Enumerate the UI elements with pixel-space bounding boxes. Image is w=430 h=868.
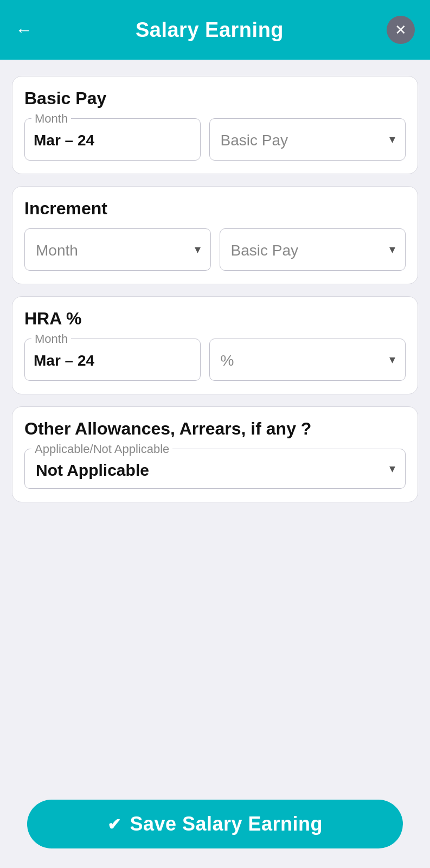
increment-month-arrow-icon: ▾ — [195, 242, 201, 257]
increment-month-dropdown[interactable]: Month ▾ — [24, 228, 211, 271]
basic-pay-dropdown-arrow-icon: ▾ — [389, 132, 395, 146]
hra-month-value: Mar – 24 — [34, 352, 94, 369]
other-allowances-title: Other Allowances, Arrears, if any ? — [24, 419, 406, 439]
increment-basic-pay-dropdown[interactable]: Basic Pay ▾ — [220, 228, 406, 271]
hra-percent-arrow-icon: ▾ — [389, 353, 395, 367]
basic-pay-dropdown-label: Basic Pay — [221, 132, 288, 149]
hra-month-field[interactable]: Month Mar – 24 — [24, 339, 201, 381]
basic-pay-title: Basic Pay — [24, 88, 406, 108]
increment-section: Increment Month ▾ Basic Pay ▾ — [12, 186, 418, 284]
close-icon: ✕ — [395, 22, 407, 39]
hra-section: HRA % Month Mar – 24 % ▾ — [12, 296, 418, 394]
close-button[interactable]: ✕ — [387, 16, 415, 44]
hra-inputs: Month Mar – 24 % ▾ — [24, 339, 406, 381]
hra-month-label: Month — [31, 332, 71, 346]
hra-percent-dropdown[interactable]: % ▾ — [209, 339, 406, 381]
basic-pay-month-field[interactable]: Month Mar – 24 — [24, 118, 201, 161]
hra-title: HRA % — [24, 309, 406, 329]
increment-basic-pay-label: Basic Pay — [231, 242, 299, 259]
basic-pay-inputs: Month Mar – 24 Basic Pay ▾ — [24, 118, 406, 161]
increment-title: Increment — [24, 199, 406, 219]
page-title: Salary Earning — [136, 18, 284, 42]
other-allowances-section: Other Allowances, Arrears, if any ? Appl… — [12, 406, 418, 502]
save-button-container: ✔ Save Salary Earning — [0, 789, 430, 868]
app-header: ← Salary Earning ✕ — [0, 0, 430, 60]
applicable-value: Not Applicable — [36, 461, 149, 479]
basic-pay-month-value: Mar – 24 — [34, 132, 94, 149]
increment-inputs: Month ▾ Basic Pay ▾ — [24, 228, 406, 271]
basic-pay-section: Basic Pay Month Mar – 24 Basic Pay ▾ — [12, 76, 418, 174]
hra-percent-label: % — [221, 352, 234, 369]
back-icon: ← — [15, 20, 33, 40]
back-button[interactable]: ← — [15, 20, 33, 40]
applicable-dropdown[interactable]: Applicable/Not Applicable Not Applicable… — [24, 449, 406, 489]
save-button-label: Save Salary Earning — [130, 813, 323, 835]
applicable-label: Applicable/Not Applicable — [31, 442, 172, 456]
main-content: Basic Pay Month Mar – 24 Basic Pay ▾ Inc… — [0, 60, 430, 868]
basic-pay-month-label: Month — [31, 112, 71, 126]
increment-month-label: Month — [36, 242, 78, 259]
applicable-arrow-icon: ▾ — [389, 462, 395, 476]
save-salary-earning-button[interactable]: ✔ Save Salary Earning — [27, 800, 403, 848]
basic-pay-dropdown[interactable]: Basic Pay ▾ — [209, 118, 406, 161]
increment-basic-pay-arrow-icon: ▾ — [389, 242, 395, 257]
save-check-icon: ✔ — [107, 815, 121, 834]
